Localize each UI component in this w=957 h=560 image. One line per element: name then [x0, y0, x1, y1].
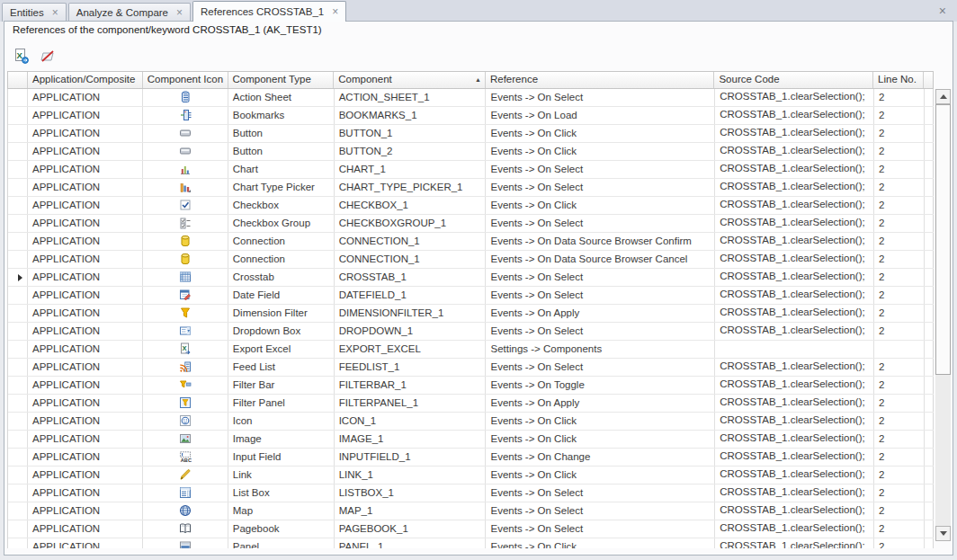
- cell-source-code[interactable]: CROSSTAB_1.clearSelection();: [715, 233, 874, 250]
- cell-component[interactable]: BOOKMARKS_1: [335, 107, 487, 124]
- cell-reference[interactable]: Events -> On Toggle: [486, 377, 715, 394]
- clear-references-button[interactable]: [38, 48, 58, 67]
- cell-component-icon[interactable]: [143, 377, 228, 394]
- cell-application-composite[interactable]: APPLICATION: [28, 484, 143, 502]
- row-selector-cell[interactable]: [8, 467, 28, 484]
- row-selector-cell[interactable]: [8, 449, 28, 466]
- cell-source-code[interactable]: CROSSTAB_1.clearSelection();: [715, 125, 874, 142]
- cell-application-composite[interactable]: APPLICATION: [28, 215, 143, 232]
- cell-application-composite[interactable]: APPLICATION: [28, 538, 143, 548]
- cell-source-code[interactable]: CROSSTAB_1.clearSelection();: [715, 377, 874, 394]
- cell-component-icon[interactable]: [143, 305, 228, 322]
- table-row[interactable]: APPLICATIONAction SheetACTION_SHEET_1Eve…: [8, 89, 934, 107]
- cell-reference[interactable]: Events -> On Click: [486, 538, 715, 548]
- cell-component[interactable]: BUTTON_1: [335, 125, 487, 142]
- header-cell-reference[interactable]: Reference: [486, 72, 714, 88]
- cell-component-icon[interactable]: [143, 125, 228, 142]
- table-row[interactable]: APPLICATIONCheckboxCHECKBOX_1Events -> O…: [8, 197, 934, 215]
- cell-component-icon[interactable]: [143, 233, 228, 250]
- row-selector-cell[interactable]: [8, 377, 28, 394]
- cell-component-type[interactable]: Button: [228, 143, 335, 160]
- cell-component-type[interactable]: Crosstab: [228, 269, 335, 286]
- cell-reference[interactable]: Settings -> Components: [486, 341, 715, 358]
- close-icon[interactable]: ×: [332, 7, 338, 16]
- cell-component-icon[interactable]: [143, 215, 228, 232]
- cell-reference[interactable]: Events -> On Select: [486, 269, 715, 286]
- table-row[interactable]: APPLICATIONPagebookPAGEBOOK_1Events -> O…: [8, 520, 934, 538]
- row-selector-cell[interactable]: [8, 287, 28, 304]
- cell-component-icon[interactable]: [143, 143, 228, 160]
- cell-component-type[interactable]: Panel: [228, 538, 335, 548]
- cell-reference[interactable]: Events -> On Select: [486, 359, 715, 376]
- cell-source-code[interactable]: CROSSTAB_1.clearSelection();: [715, 305, 874, 322]
- cell-reference[interactable]: Events -> On Apply: [486, 305, 715, 322]
- cell-component-type[interactable]: Image: [228, 431, 335, 448]
- cell-line-no[interactable]: 2: [874, 395, 925, 412]
- scroll-up-button[interactable]: [935, 89, 951, 104]
- cell-reference[interactable]: Events -> On Click: [486, 467, 715, 484]
- cell-application-composite[interactable]: APPLICATION: [28, 197, 143, 214]
- cell-line-no[interactable]: 2: [874, 359, 925, 376]
- table-row[interactable]: APPLICATIONList BoxLISTBOX_1Events -> On…: [8, 484, 934, 502]
- cell-component-icon[interactable]: X: [143, 341, 228, 358]
- scroll-down-button[interactable]: [935, 526, 951, 541]
- cell-component[interactable]: PAGEBOOK_1: [335, 520, 487, 538]
- cell-line-no[interactable]: 2: [874, 125, 925, 142]
- cell-component[interactable]: LINK_1: [335, 467, 487, 484]
- header-cell-application-composite[interactable]: Application/Composite: [28, 72, 143, 88]
- cell-component-type[interactable]: Dimension Filter: [228, 305, 335, 322]
- cell-reference[interactable]: Events -> On Select: [486, 89, 715, 106]
- row-selector-cell[interactable]: [8, 125, 28, 142]
- cell-component-type[interactable]: Button: [228, 125, 335, 142]
- table-row[interactable]: APPLICATIONDimension FilterDIMENSIONFILT…: [8, 305, 934, 323]
- cell-source-code[interactable]: CROSSTAB_1.clearSelection();: [715, 395, 874, 412]
- cell-application-composite[interactable]: APPLICATION: [28, 520, 143, 538]
- cell-line-no[interactable]: 2: [874, 520, 925, 538]
- cell-reference[interactable]: Events -> On Click: [486, 197, 715, 214]
- cell-line-no[interactable]: [874, 341, 925, 358]
- cell-line-no[interactable]: 2: [874, 538, 925, 548]
- cell-component[interactable]: EXPORT_EXCEL: [335, 341, 487, 358]
- cell-application-composite[interactable]: APPLICATION: [28, 287, 143, 304]
- cell-reference[interactable]: Events -> On Select: [486, 215, 715, 232]
- cell-component-type[interactable]: Chart: [228, 161, 335, 178]
- cell-source-code[interactable]: CROSSTAB_1.clearSelection();: [715, 538, 874, 548]
- close-icon[interactable]: ×: [939, 4, 946, 18]
- cell-component-type[interactable]: Date Field: [228, 287, 335, 304]
- cell-application-composite[interactable]: APPLICATION: [28, 449, 143, 466]
- header-cell-line-no[interactable]: Line No.: [873, 72, 924, 88]
- cell-reference[interactable]: Events -> On Load: [486, 107, 715, 124]
- cell-application-composite[interactable]: APPLICATION: [28, 323, 143, 340]
- cell-line-no[interactable]: 2: [874, 269, 925, 286]
- table-row[interactable]: APPLICATIONFilter BarFILTERBAR_1Events -…: [8, 377, 934, 395]
- cell-component-type[interactable]: Input Field: [228, 449, 335, 466]
- cell-reference[interactable]: Events -> On Data Source Browser Confirm: [486, 233, 715, 250]
- row-selector-cell[interactable]: [8, 413, 28, 430]
- table-row[interactable]: APPLICATIONPanelPANEL_1Events -> On Clic…: [8, 538, 934, 548]
- cell-component[interactable]: CONNECTION_1: [335, 251, 487, 268]
- cell-component[interactable]: FILTERBAR_1: [335, 377, 487, 394]
- row-selector-cell[interactable]: [8, 341, 28, 358]
- cell-reference[interactable]: Events -> On Apply: [486, 395, 715, 412]
- cell-application-composite[interactable]: APPLICATION: [28, 431, 143, 448]
- table-row[interactable]: APPLICATIONXExport ExcelEXPORT_EXCELSett…: [8, 341, 934, 359]
- cell-source-code[interactable]: CROSSTAB_1.clearSelection();: [715, 89, 874, 106]
- table-row[interactable]: APPLICATIONABCInput FieldINPUTFIELD_1Eve…: [8, 449, 934, 467]
- cell-line-no[interactable]: 2: [874, 107, 925, 124]
- cell-component-type[interactable]: Dropdown Box: [228, 323, 335, 340]
- cell-application-composite[interactable]: APPLICATION: [28, 413, 143, 430]
- cell-source-code[interactable]: CROSSTAB_1.clearSelection();: [715, 251, 874, 268]
- cell-component-icon[interactable]: [143, 179, 228, 196]
- cell-component[interactable]: FILTERPANEL_1: [335, 395, 487, 412]
- cell-reference[interactable]: Events -> On Select: [486, 179, 715, 196]
- cell-line-no[interactable]: 2: [874, 179, 925, 196]
- cell-line-no[interactable]: 2: [874, 449, 925, 466]
- table-row[interactable]: APPLICATIONDropdown BoxDROPDOWN_1Events …: [8, 323, 934, 341]
- cell-component-icon[interactable]: [143, 161, 228, 178]
- tab-references-crosstab-1[interactable]: References CROSSTAB_1 ×: [192, 1, 346, 22]
- cell-component[interactable]: BUTTON_2: [335, 143, 487, 160]
- cell-line-no[interactable]: 2: [874, 323, 925, 340]
- row-selector-cell[interactable]: [8, 484, 28, 502]
- cell-component-icon[interactable]: [143, 484, 228, 502]
- table-row[interactable]: APPLICATIONCheckbox GroupCHECKBOXGROUP_1…: [8, 215, 934, 233]
